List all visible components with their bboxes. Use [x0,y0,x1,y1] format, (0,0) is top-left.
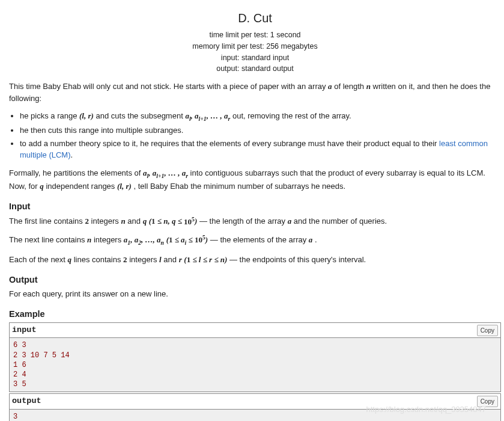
example-heading: Example [9,308,501,321]
copy-input-button[interactable]: Copy [477,325,498,336]
input-heading: Input [9,200,501,214]
input-line1: The first line contains 2 integers n and… [9,215,501,227]
output-label: output [12,395,41,407]
sample-output-box: output Copy 3 1 2 [9,393,501,421]
list-item: to add a number theory spice to it, he r… [20,138,501,161]
list-item: he then cuts this range into multiple su… [20,124,501,137]
time-limit: time limit per test: 1 second [9,29,501,41]
problem-header: D. Cut time limit per test: 1 second mem… [9,9,501,75]
sample-input-box: input Copy 6 3 2 3 10 7 5 14 1 6 2 4 3 5 [9,322,501,392]
expr-arr: a1, a2, …, an [124,235,164,244]
expr-range-nq: (1 ≤ n, q ≤ 105) [149,217,198,226]
copy-output-button[interactable]: Copy [477,396,498,407]
sample-input-header: input Copy [10,323,500,338]
input-spec: input: standard input [9,52,501,64]
sample-output-data: 3 1 2 [10,410,500,422]
expr-lr: (l, r) [79,111,94,120]
input-line3: Each of the next q lines contains 2 inte… [9,254,501,266]
expr-seq: al, al+1, … , ar [185,111,230,120]
expr-range-lr: (1 ≤ l ≤ r ≤ n) [184,255,227,264]
statement-p2: Formally, he partitions the elements of … [9,167,501,192]
statement-list: he picks a range (l, r) and cuts the sub… [20,110,501,161]
var-q: q [40,182,44,191]
expr-seq: al, al+1, … , ar [143,168,188,177]
var-n: n [366,82,371,91]
var-a: a [328,82,332,91]
sample-output-header: output Copy [10,393,500,409]
output-text: For each query, print its answer on a ne… [9,288,501,300]
output-heading: Output [9,274,501,287]
expr-lr: (l, r) [117,182,132,191]
sample-input-data: 6 3 2 3 10 7 5 14 1 6 2 4 3 5 [10,338,500,392]
input-line2: The next line contains n integers a1, a2… [9,233,501,248]
output-spec: output: standard output [9,63,501,75]
problem-title: D. Cut [9,9,501,27]
expr-range-ai: (1 ≤ ai ≤ 105) [166,235,208,244]
input-label: input [12,324,37,336]
memory-limit: memory limit per test: 256 megabytes [9,41,501,52]
statement-p1: This time Baby Ehab will only cut and no… [9,81,501,104]
list-item: he picks a range (l, r) and cuts the sub… [20,110,501,123]
